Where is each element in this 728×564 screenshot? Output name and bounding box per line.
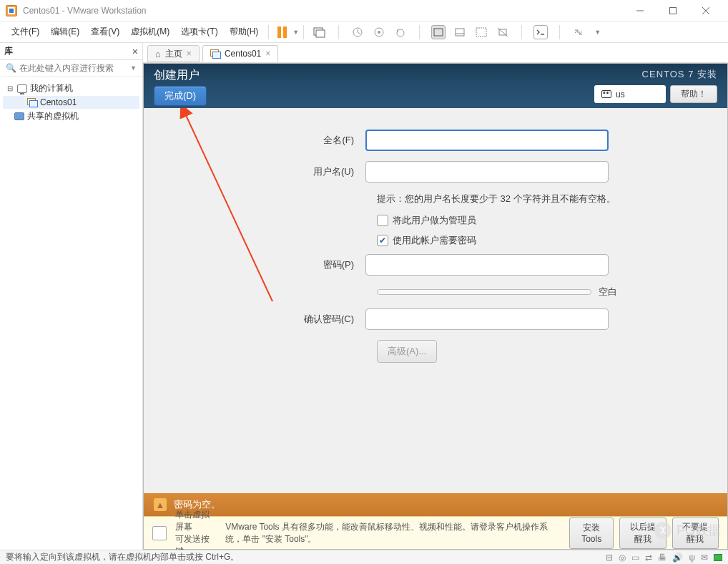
sidebar-search[interactable]: 🔍 ▼ — [0, 60, 142, 77]
snapshot-icon[interactable] — [350, 25, 365, 39]
checkbox-icon[interactable] — [377, 215, 388, 226]
tab-bar: ⌂ 主页 × Centos01 × — [143, 43, 728, 63]
status-text: 要将输入定向到该虚拟机，请在虚拟机内部单击或按 Ctrl+G。 — [6, 551, 239, 563]
installer-page-title: 创建用户 — [154, 68, 200, 83]
fullname-label: 全名(F) — [172, 134, 365, 147]
help-button[interactable]: 帮助！ — [670, 85, 717, 103]
confirm-password-input[interactable] — [365, 308, 609, 330]
revert-snapshot-icon[interactable] — [393, 25, 408, 39]
separator — [338, 25, 339, 39]
printer-icon[interactable]: 🖶 — [658, 553, 666, 563]
installer-product-title: CENTOS 7 安装 — [642, 68, 717, 81]
library-tree: ⊟ 我的计算机 Centos01 共享的虚拟机 — [0, 77, 142, 128]
window-close-button[interactable] — [689, 0, 722, 21]
computer-icon — [17, 84, 27, 93]
vm-power-indicator-icon[interactable] — [714, 554, 722, 561]
username-hint: 提示：您的用户名长度要少于 32 个字符并且不能有空格。 — [377, 193, 699, 205]
require-password-checkbox-row[interactable]: 使用此帐户需要密码 — [377, 234, 699, 247]
tab-label: Centos01 — [225, 49, 261, 59]
password-strength-label: 空白 — [599, 286, 617, 298]
tab-home[interactable]: ⌂ 主页 × — [147, 45, 200, 62]
menu-tabs[interactable]: 选项卡(T) — [175, 23, 223, 41]
tree-my-computer[interactable]: ⊟ 我的计算机 — [3, 81, 139, 96]
send-ctrl-alt-del-icon[interactable] — [313, 25, 327, 39]
vm-icon — [27, 98, 37, 107]
sound-icon[interactable]: 🔊 — [672, 553, 683, 563]
password-input[interactable] — [365, 254, 609, 276]
window-title: Centos01 - VMware Workstation — [23, 6, 624, 16]
view-fullscreen-icon[interactable] — [474, 25, 488, 39]
checkbox-checked-icon[interactable] — [377, 235, 388, 246]
tools-hint-icon — [152, 526, 167, 540]
message-icon[interactable]: ✉ — [701, 553, 708, 563]
status-tray: ⊟ ◎ ▭ ⇄ 🖶 🔊 ψ ✉ — [606, 553, 722, 563]
separator — [303, 25, 304, 39]
tab-close-icon[interactable]: × — [265, 49, 270, 59]
vm-icon — [210, 49, 220, 58]
disk-icon[interactable]: ⊟ — [606, 553, 613, 563]
chevron-down-icon[interactable]: ▼ — [292, 29, 299, 36]
tree-shared-vms[interactable]: 共享的虚拟机 — [3, 109, 139, 124]
home-icon: ⌂ — [155, 49, 161, 59]
warning-bar: ▲ 密码为空。 — [144, 493, 727, 516]
install-tools-button[interactable]: 安装 Tools — [569, 517, 614, 549]
view-unity-icon[interactable] — [496, 25, 510, 39]
keyboard-layout-selector[interactable]: us — [594, 85, 666, 103]
create-user-form: 全名(F) 用户名(U) 提示：您的用户名长度要少于 32 个字符并且不能有空格… — [144, 108, 727, 493]
fullname-input[interactable] — [365, 130, 609, 151]
search-icon: 🔍 — [6, 63, 16, 73]
menu-file[interactable]: 文件(F) — [6, 23, 45, 41]
status-bar: 要将输入定向到该虚拟机，请在虚拟机内部单击或按 Ctrl+G。 ⊟ ◎ ▭ ⇄ … — [0, 550, 728, 564]
separator — [521, 25, 522, 39]
sidebar-header: 库 × — [0, 43, 142, 60]
window-titlebar: Centos01 - VMware Workstation — [0, 0, 728, 21]
search-input[interactable] — [19, 63, 127, 73]
tab-close-icon[interactable]: × — [187, 49, 192, 59]
window-maximize-button[interactable] — [656, 0, 689, 21]
password-label: 密码(P) — [172, 258, 365, 271]
warning-icon: ▲ — [154, 498, 167, 511]
tree-vm-centos01[interactable]: Centos01 — [3, 96, 139, 109]
chevron-down-icon[interactable]: ▼ — [127, 64, 139, 72]
keyboard-layout-label: us — [616, 89, 625, 99]
username-input[interactable] — [365, 161, 609, 183]
view-single-icon[interactable] — [431, 25, 446, 39]
password-strength-bar — [377, 289, 591, 295]
keyboard-icon — [601, 90, 611, 98]
require-password-label: 使用此帐户需要密码 — [393, 234, 476, 247]
confirm-password-label: 确认密码(C) — [172, 313, 365, 326]
view-console-icon[interactable] — [453, 25, 467, 39]
chevron-down-icon[interactable]: ▼ — [594, 29, 601, 36]
advanced-button[interactable]: 高级(A)... — [377, 340, 437, 363]
console-view-icon[interactable] — [533, 25, 548, 39]
menu-view[interactable]: 查看(V) — [85, 23, 125, 41]
sidebar-close-icon[interactable]: × — [132, 46, 138, 57]
admin-checkbox-label: 将此用户做为管理员 — [393, 214, 476, 227]
svg-rect-11 — [456, 29, 464, 36]
collapse-icon[interactable]: ⊟ — [6, 84, 14, 92]
guest-installer-screen[interactable]: 创建用户 完成(D) CENTOS 7 安装 us 帮助！ — [143, 63, 728, 550]
shared-folder-icon — [14, 112, 24, 120]
usb-icon[interactable]: ψ — [689, 553, 695, 563]
tab-centos01[interactable]: Centos01 × — [202, 45, 278, 62]
cd-icon[interactable]: ◎ — [619, 553, 626, 563]
network-icon[interactable]: ⇄ — [645, 553, 652, 563]
menu-edit[interactable]: 编辑(E) — [45, 23, 85, 41]
vmware-tools-bar: 单击虚拟屏幕 可发送按键 VMware Tools 具有很多功能，能改善鼠标移动… — [144, 516, 727, 549]
admin-checkbox-row[interactable]: 将此用户做为管理员 — [377, 214, 699, 227]
svg-rect-10 — [434, 29, 443, 36]
tools-message: VMware Tools 具有很多功能，能改善鼠标移动性、视频和性能。请登录客户… — [225, 521, 561, 545]
svg-point-8 — [378, 31, 380, 34]
window-minimize-button[interactable] — [624, 0, 656, 21]
separator — [559, 25, 560, 39]
floppy-icon[interactable]: ▭ — [631, 553, 639, 563]
snapshot-manager-icon[interactable] — [372, 25, 386, 39]
menu-help[interactable]: 帮助(H) — [224, 23, 265, 41]
pause-icon[interactable] — [273, 26, 291, 38]
menu-vm[interactable]: 虚拟机(M) — [125, 23, 175, 41]
tree-label: 共享的虚拟机 — [27, 110, 79, 122]
tree-label: 我的计算机 — [30, 82, 73, 94]
content-area: ⌂ 主页 × Centos01 × 创建用户 完成(D) CENTOS 7 安装 — [143, 43, 728, 550]
done-button[interactable]: 完成(D) — [154, 86, 207, 106]
stretch-icon[interactable] — [571, 25, 586, 39]
